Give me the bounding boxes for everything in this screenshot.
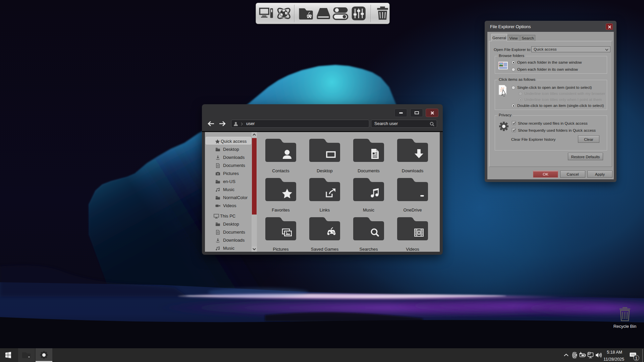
svg-text:1: 1 [635, 356, 638, 361]
